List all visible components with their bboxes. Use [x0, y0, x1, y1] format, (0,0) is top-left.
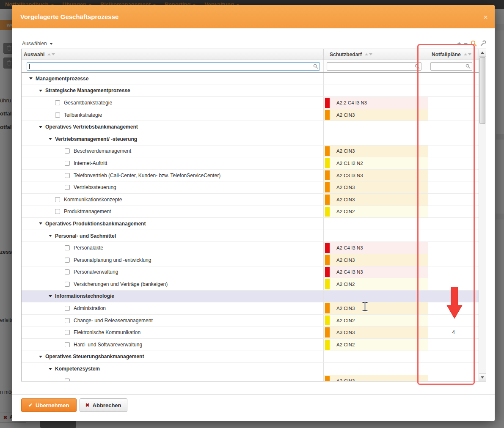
tree-collapse-icon[interactable] [49, 235, 52, 237]
row-checkbox[interactable] [65, 173, 70, 178]
row-checkbox[interactable] [65, 161, 70, 166]
column-header-schutzbedarf[interactable]: Schutzbedarf [323, 49, 428, 60]
tree-leaf-row[interactable]: PersonalverwaltungA2 C4 I3 N3 [22, 266, 479, 279]
row-checkbox[interactable] [65, 379, 70, 381]
row-checkbox[interactable] [65, 342, 70, 347]
uebernehmen-label: Übernehmen [36, 402, 69, 409]
sort-icons[interactable] [47, 53, 55, 55]
notfallplaene-cell [428, 145, 479, 157]
row-checkbox[interactable] [55, 209, 60, 214]
tree-group-row[interactable]: Operatives Vertriebsbankmanagement [22, 121, 479, 133]
tree-collapse-icon[interactable] [39, 356, 42, 358]
row-checkbox[interactable] [65, 258, 70, 263]
notfallplaene-cell [428, 339, 479, 351]
tree-leaf-row[interactable]: GesamtbankstrategieA2:2 C4 I3 N3 [22, 97, 479, 109]
tree-leaf-row[interactable]: Hard- und SoftwareverwaltungA2 CIN2 [22, 339, 479, 351]
schutzbedarf-level-chip [325, 243, 330, 253]
tree-leaf-row[interactable]: TeilbankstrategieA2 CIN3 [22, 109, 479, 121]
notfallplaene-cell [428, 133, 479, 145]
settings-wrench-icon[interactable] [480, 40, 486, 47]
tree-collapse-icon[interactable] [49, 138, 52, 140]
row-checkbox[interactable] [65, 318, 70, 323]
scrollbar-thumb[interactable] [479, 57, 485, 124]
tree-leaf-row[interactable]: Elektronische KommunikationA3 CIN34 [22, 326, 479, 339]
close-icon[interactable]: × [483, 13, 488, 21]
notfallplaene-cell [428, 170, 479, 181]
abbrechen-button[interactable]: ✖ Abbrechen [80, 398, 127, 412]
row-checkbox[interactable] [65, 185, 70, 190]
schutzbedarf-level-chip [325, 376, 330, 381]
column-header-notfallplaene[interactable]: Notfallpläne [428, 49, 479, 60]
tree-group-row[interactable]: Personal- und Sachmittel [22, 230, 479, 242]
uebernehmen-button[interactable]: ✔ Übernehmen [21, 398, 77, 412]
arrow-down-icon [481, 376, 484, 379]
tree-collapse-icon[interactable] [39, 90, 42, 92]
tree-group-row[interactable]: Informationstechnologie [22, 291, 479, 303]
sort-desc-icon [369, 53, 372, 55]
tree-leaf-row[interactable]: ProduktmanagementA2 CIN2 [22, 206, 479, 218]
schutzbedarf-filter-input[interactable] [327, 62, 421, 71]
tree-leaf-row[interactable]: VertriebssteuerungA2 CIN3 [22, 181, 479, 194]
row-checkbox[interactable] [65, 330, 70, 335]
tree-group-row[interactable]: Vertriebsmanagement/ -steuerung [22, 133, 479, 145]
tree-leaf-row[interactable]: PersonalakteA2 C4 I3 N3 [22, 242, 479, 254]
tree-leaf-row[interactable]: Versicherungen und Verträge (bankeigen)A… [22, 278, 479, 291]
notfallplaene-count: 4 [452, 329, 455, 335]
column-header-auswahl[interactable]: Auswahl [22, 49, 323, 60]
search-icon[interactable] [471, 40, 477, 47]
row-checkbox[interactable] [65, 282, 70, 287]
tree-group-row[interactable]: Managementprozesse [22, 73, 479, 85]
row-checkbox[interactable] [55, 100, 60, 105]
tree-leaf-row[interactable]: BeschwerdemanagementA2 CIN3 [22, 145, 479, 158]
tree-leaf-label: Personalakte [74, 245, 103, 251]
row-checkbox[interactable] [65, 245, 70, 250]
schutzbedarf-cell: A3 CIN3 [323, 326, 428, 338]
tree-collapse-icon[interactable] [29, 77, 33, 80]
row-checkbox[interactable] [65, 306, 70, 311]
schutzbedarf-level-chip [325, 98, 330, 108]
tree-group-row[interactable]: Operatives Steuerungsbankmanagement [22, 351, 479, 363]
notfallplaene-cell [428, 278, 479, 290]
tree-leaf-row[interactable]: A2 CIN3 [22, 375, 479, 381]
row-checkbox[interactable] [65, 148, 70, 154]
tree-leaf-row[interactable]: KommunikationskonzepteA2 CIN3 [22, 194, 479, 206]
schutzbedarf-cell: A2 CIN3 [323, 254, 428, 266]
schutzbedarf-cell [323, 363, 428, 375]
collapse-all-icon[interactable]: − [464, 40, 468, 47]
sort-icons[interactable] [365, 53, 372, 55]
tree-group-row[interactable]: Kompetenzsystem [22, 363, 479, 375]
tree-leaf-row[interactable]: Change- und ReleasemanagementA2 CIN2 [22, 315, 479, 327]
tree-group-row[interactable]: Strategische Managementprozesse [22, 85, 479, 97]
vertical-scrollbar[interactable] [479, 49, 486, 381]
schutzbedarf-cell [323, 218, 428, 230]
schutzbedarf-level-chip [325, 110, 330, 120]
schutzbedarf-cell: A2 C3 I3 N3 [323, 170, 428, 181]
tree-leaf-row[interactable]: Internet-AuftrittA2 C1 I2 N2 [22, 157, 479, 170]
tree-leaf-row[interactable]: Telefonvertrieb (Call-Center, Kunden- bz… [22, 170, 479, 182]
tree-collapse-icon[interactable] [49, 295, 52, 297]
sort-icons[interactable] [464, 53, 471, 55]
scroll-down-button[interactable] [479, 373, 486, 381]
process-name-cell: Administration [22, 302, 323, 314]
tree-group-label: Operatives Steuerungsbankmanagement [45, 354, 144, 359]
tree-group-label: Vertriebsmanagement/ -steuerung [55, 136, 137, 142]
tree-group-row[interactable]: Operatives Produktionsbankmanagement [22, 218, 479, 230]
auswaehlen-dropdown[interactable]: Auswählen [21, 41, 53, 47]
dialog-header: Vorgelagerte Geschäftsprozesse × [12, 5, 495, 28]
row-checkbox[interactable] [65, 269, 70, 274]
process-name-cell: Telefonvertrieb (Call-Center, Kunden- bz… [22, 170, 323, 181]
tree-collapse-icon[interactable] [39, 126, 42, 128]
schutzbedarf-level-chip [325, 182, 330, 192]
scroll-up-button[interactable] [479, 49, 486, 57]
expand-all-icon[interactable]: + [457, 40, 461, 47]
row-checkbox[interactable] [55, 197, 60, 202]
tree-leaf-row[interactable]: AdministrationA2 CIN3 [22, 302, 479, 315]
tree-collapse-icon[interactable] [39, 222, 42, 225]
row-checkbox[interactable] [55, 112, 60, 118]
auswahl-filter-input[interactable] [27, 62, 320, 71]
notfallplaene-cell [428, 291, 479, 302]
schutzbedarf-level-chip [325, 207, 330, 217]
tree-collapse-icon[interactable] [49, 368, 52, 370]
process-name-cell: Operatives Vertriebsbankmanagement [22, 121, 323, 133]
tree-leaf-row[interactable]: Personalplanung und -entwicklungA2 CIN3 [22, 254, 479, 266]
